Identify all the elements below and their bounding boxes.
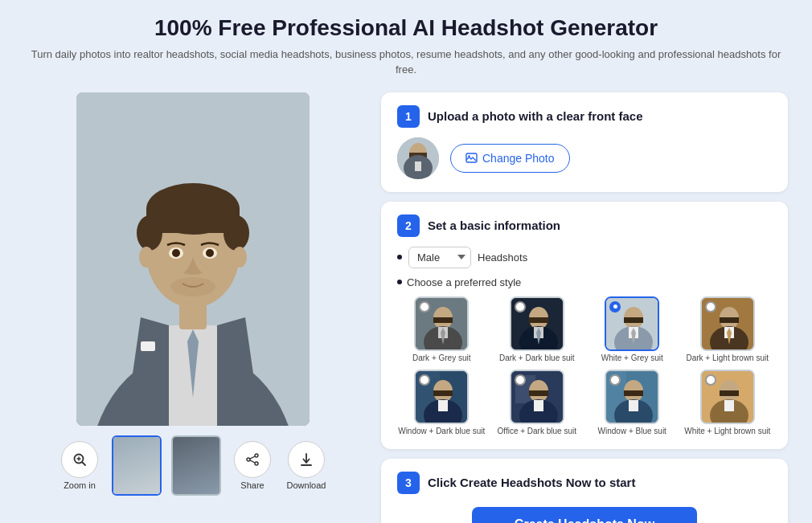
- left-panel: Zoom in: [24, 92, 362, 496]
- style-item-white-grey[interactable]: White + Grey suit: [588, 296, 677, 363]
- style-item-dark-light-brown[interactable]: Dark + Light brown suit: [683, 296, 773, 363]
- svg-point-12: [224, 215, 249, 251]
- svg-rect-46: [529, 317, 548, 323]
- style-item-dark-dark-blue[interactable]: Dark + Dark blue suit: [493, 296, 582, 363]
- main-content: Zoom in: [24, 92, 788, 523]
- style-img-5: [414, 370, 469, 424]
- bullet-icon: [397, 255, 402, 259]
- style-grid: Dark + Grey suit: [397, 296, 772, 436]
- image-icon: [465, 152, 478, 164]
- avatar-image: [397, 137, 439, 179]
- svg-rect-73: [534, 400, 543, 411]
- style-radio-5[interactable]: [419, 374, 430, 386]
- change-photo-label: Change Photo: [482, 152, 555, 165]
- style-label-3: White + Grey suit: [601, 353, 663, 363]
- style-radio-1[interactable]: [419, 301, 430, 313]
- style-img-2: [510, 296, 564, 351]
- create-headshots-button[interactable]: Create Headshots Now: [472, 507, 697, 523]
- style-label-1: Dark + Grey suit: [412, 353, 471, 363]
- style-img-6: [510, 370, 564, 424]
- download-icon: [288, 441, 325, 478]
- svg-rect-65: [433, 390, 453, 396]
- style-label-8: White + Light brown suit: [684, 427, 770, 436]
- share-label: Share: [240, 480, 264, 490]
- step2-header: 2 Set a basic information: [397, 215, 772, 237]
- step1-header: 1 Upload a photo with a clear front face: [397, 105, 772, 128]
- svg-rect-6: [141, 341, 155, 351]
- style-item-white-light-brown[interactable]: White + Light brown suit: [683, 370, 773, 436]
- page-title: 100% Free Professional AI Headshot Gener…: [24, 14, 788, 42]
- style-item-office-dark-blue[interactable]: Office + Dark blue suit: [493, 370, 582, 436]
- svg-rect-40: [433, 317, 453, 323]
- bullet-icon-2: [397, 280, 402, 284]
- svg-point-11: [137, 215, 162, 251]
- step1-card: 1 Upload a photo with a clear front face: [381, 92, 788, 192]
- svg-rect-35: [415, 161, 421, 171]
- avatar: [397, 137, 439, 179]
- step2-title: Set a basic information: [428, 219, 560, 232]
- person-illustration: [76, 92, 310, 426]
- svg-point-25: [255, 462, 258, 465]
- step3-body: Create Headshots Now: [397, 504, 772, 523]
- style-radio-7[interactable]: [609, 374, 621, 386]
- svg-rect-71: [529, 390, 548, 396]
- avatar-svg: [397, 137, 439, 179]
- zoom-icon: [61, 441, 98, 478]
- style-item-window-blue[interactable]: Window + Blue suit: [588, 370, 677, 436]
- style-img-8: [700, 370, 755, 424]
- svg-point-16: [206, 249, 214, 257]
- svg-line-27: [250, 456, 255, 459]
- page-header: 100% Free Professional AI Headshot Gener…: [24, 14, 788, 78]
- style-radio-3[interactable]: [609, 301, 621, 313]
- main-image: [76, 92, 310, 426]
- svg-rect-79: [629, 400, 638, 411]
- style-item-dark-grey[interactable]: Dark + Grey suit: [397, 296, 486, 363]
- right-panel: 1 Upload a photo with a clear front face: [381, 92, 788, 523]
- page-wrapper: 100% Free Professional AI Headshot Gener…: [0, 0, 812, 523]
- style-radio-4[interactable]: [705, 301, 716, 313]
- share-icon: [234, 441, 271, 478]
- svg-line-21: [83, 462, 86, 465]
- step2-number: 2: [397, 215, 420, 237]
- thumbnail-1[interactable]: [112, 435, 162, 496]
- svg-rect-58: [720, 317, 739, 323]
- svg-line-28: [250, 460, 255, 462]
- download-label: Download: [287, 480, 326, 490]
- style-section-header: Choose a preferred style: [397, 276, 772, 288]
- svg-point-15: [172, 249, 180, 257]
- step1-body: Change Photo: [397, 137, 772, 179]
- step3-card: 3 Click Create Headshots Now to start Cr…: [381, 459, 788, 523]
- svg-point-19: [170, 277, 215, 296]
- page-subtitle: Turn daily photos into realtor headshots…: [24, 47, 788, 78]
- style-radio-8[interactable]: [705, 374, 716, 386]
- style-section-label-text: Choose a preferred style: [407, 276, 521, 288]
- step1-number: 1: [397, 105, 420, 128]
- svg-point-26: [247, 458, 250, 461]
- svg-rect-82: [720, 390, 739, 396]
- svg-point-24: [255, 454, 258, 457]
- style-img-1: [414, 296, 469, 351]
- step2-card: 2 Set a basic information Male Female He…: [381, 202, 788, 449]
- style-radio-2[interactable]: [515, 301, 526, 313]
- person-figure: [76, 92, 310, 426]
- style-label-2: Dark + Dark blue suit: [499, 353, 575, 363]
- svg-rect-77: [624, 390, 643, 396]
- svg-rect-52: [624, 317, 643, 323]
- svg-point-18: [232, 247, 247, 268]
- download-action[interactable]: Download: [285, 441, 329, 490]
- headshots-label: Headshots: [478, 251, 527, 264]
- thumbnail-2[interactable]: [171, 435, 221, 496]
- zoom-action[interactable]: Zoom in: [58, 441, 102, 490]
- style-img-7: [605, 370, 659, 424]
- share-action[interactable]: Share: [231, 441, 275, 490]
- change-photo-button[interactable]: Change Photo: [450, 144, 570, 173]
- svg-rect-67: [438, 400, 448, 411]
- step3-title: Click Create Headshots Now to start: [428, 476, 635, 489]
- style-item-window-dark-blue[interactable]: Window + Dark blue suit: [397, 370, 486, 436]
- style-radio-6[interactable]: [515, 374, 526, 386]
- step3-number: 3: [397, 472, 420, 494]
- thumbnail-bar: Zoom in: [58, 435, 329, 496]
- gender-select[interactable]: Male Female: [408, 247, 471, 268]
- style-img-4: [700, 296, 755, 351]
- style-label-4: Dark + Light brown suit: [686, 353, 769, 363]
